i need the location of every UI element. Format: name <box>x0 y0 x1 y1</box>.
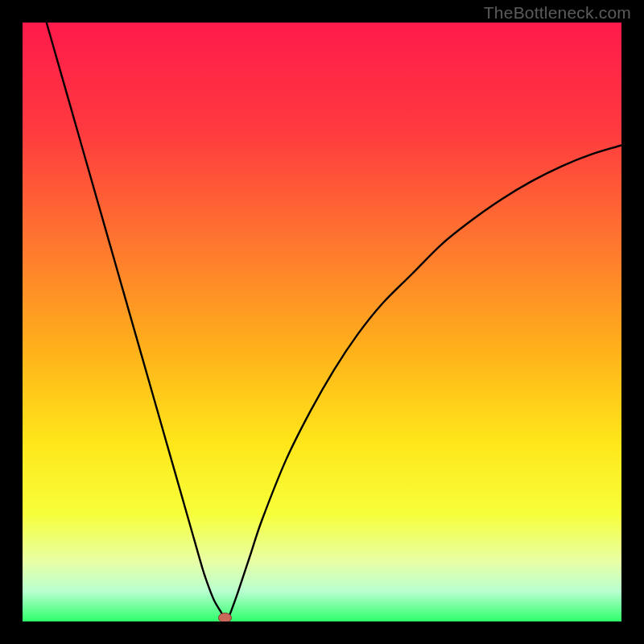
gradient-background <box>23 23 621 621</box>
minimum-marker <box>218 613 231 621</box>
chart-frame: TheBottleneck.com <box>0 0 644 644</box>
bottleneck-chart <box>23 23 621 621</box>
plot-area <box>23 23 621 621</box>
watermark-text: TheBottleneck.com <box>484 3 631 23</box>
